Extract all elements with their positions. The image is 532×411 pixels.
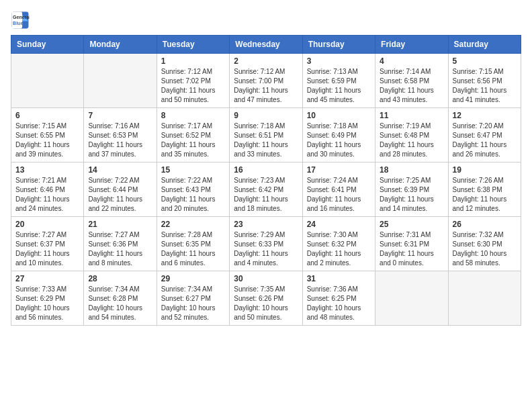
calendar-cell: 14Sunrise: 7:22 AMSunset: 6:44 PMDayligh… [84,163,157,217]
calendar-week-2: 6Sunrise: 7:15 AMSunset: 6:55 PMDaylight… [11,108,521,163]
calendar-week-1: 1Sunrise: 7:12 AMSunset: 7:02 PMDaylight… [11,54,521,108]
day-number: 22 [161,220,225,229]
weekday-header-sunday: Sunday [11,36,84,54]
day-number: 20 [15,220,79,229]
weekday-header-thursday: Thursday [302,36,375,54]
calendar-cell: 7Sunrise: 7:16 AMSunset: 6:53 PMDaylight… [84,108,157,163]
day-number: 2 [234,56,298,66]
day-number: 21 [88,220,152,229]
weekday-header-friday: Friday [375,36,448,54]
day-number: 7 [88,111,152,120]
calendar-cell: 27Sunrise: 7:33 AMSunset: 6:29 PMDayligh… [11,271,84,326]
cell-info: Sunrise: 7:18 AMSunset: 6:51 PMDaylight:… [234,122,288,158]
calendar-week-5: 27Sunrise: 7:33 AMSunset: 6:29 PMDayligh… [11,271,521,326]
calendar-cell: 30Sunrise: 7:35 AMSunset: 6:26 PMDayligh… [230,271,302,326]
cell-info: Sunrise: 7:22 AMSunset: 6:43 PMDaylight:… [161,177,216,212]
cell-info: Sunrise: 7:12 AMSunset: 7:00 PMDaylight:… [234,68,288,103]
cell-info: Sunrise: 7:18 AMSunset: 6:49 PMDaylight:… [307,122,361,158]
calendar-cell: 15Sunrise: 7:22 AMSunset: 6:43 PMDayligh… [157,163,229,217]
cell-info: Sunrise: 7:24 AMSunset: 6:41 PMDaylight:… [307,177,361,212]
day-number: 6 [15,111,79,120]
calendar-cell: 17Sunrise: 7:24 AMSunset: 6:41 PMDayligh… [302,163,375,217]
page-header: General Blue [11,11,521,30]
day-number: 30 [234,274,298,283]
calendar-cell [448,271,521,326]
svg-text:General: General [13,15,30,19]
cell-info: Sunrise: 7:15 AMSunset: 6:55 PMDaylight:… [15,122,70,158]
cell-info: Sunrise: 7:32 AMSunset: 6:30 PMDaylight:… [453,231,507,267]
day-number: 26 [453,220,517,229]
cell-info: Sunrise: 7:31 AMSunset: 6:31 PMDaylight:… [380,231,434,267]
day-number: 25 [380,220,443,229]
calendar-cell: 23Sunrise: 7:29 AMSunset: 6:33 PMDayligh… [230,217,302,271]
day-number: 19 [453,165,517,175]
cell-info: Sunrise: 7:27 AMSunset: 6:36 PMDaylight:… [88,231,142,267]
logo: General Blue [11,11,30,30]
day-number: 16 [234,165,298,175]
calendar-week-3: 13Sunrise: 7:21 AMSunset: 6:46 PMDayligh… [11,163,521,217]
cell-info: Sunrise: 7:22 AMSunset: 6:44 PMDaylight:… [88,177,142,212]
svg-rect-2 [12,12,23,29]
calendar-cell: 31Sunrise: 7:36 AMSunset: 6:25 PMDayligh… [302,271,375,326]
cell-info: Sunrise: 7:36 AMSunset: 6:25 PMDaylight:… [307,285,361,321]
cell-info: Sunrise: 7:20 AMSunset: 6:47 PMDaylight:… [453,122,507,158]
calendar-cell: 26Sunrise: 7:32 AMSunset: 6:30 PMDayligh… [448,217,521,271]
calendar-cell [11,54,84,108]
day-number: 14 [88,165,152,175]
day-number: 1 [161,56,225,66]
day-number: 31 [307,274,371,283]
day-number: 10 [307,111,371,120]
calendar-cell: 25Sunrise: 7:31 AMSunset: 6:31 PMDayligh… [375,217,448,271]
calendar-cell [84,54,157,108]
calendar-cell: 20Sunrise: 7:27 AMSunset: 6:37 PMDayligh… [11,217,84,271]
cell-info: Sunrise: 7:28 AMSunset: 6:35 PMDaylight:… [161,231,216,267]
cell-info: Sunrise: 7:29 AMSunset: 6:33 PMDaylight:… [234,231,288,267]
day-number: 29 [161,274,225,283]
logo-icon: General Blue [11,11,30,30]
svg-text:Blue: Blue [13,21,23,26]
calendar-cell: 29Sunrise: 7:34 AMSunset: 6:27 PMDayligh… [157,271,229,326]
calendar-cell: 11Sunrise: 7:19 AMSunset: 6:48 PMDayligh… [375,108,448,163]
cell-info: Sunrise: 7:33 AMSunset: 6:29 PMDaylight:… [15,285,70,321]
weekday-header-row: SundayMondayTuesdayWednesdayThursdayFrid… [11,36,521,54]
cell-info: Sunrise: 7:19 AMSunset: 6:48 PMDaylight:… [380,122,434,158]
day-number: 18 [380,165,443,175]
day-number: 5 [453,56,517,66]
calendar-cell: 13Sunrise: 7:21 AMSunset: 6:46 PMDayligh… [11,163,84,217]
day-number: 15 [161,165,225,175]
calendar-cell: 4Sunrise: 7:14 AMSunset: 6:58 PMDaylight… [375,54,448,108]
calendar-cell: 21Sunrise: 7:27 AMSunset: 6:36 PMDayligh… [84,217,157,271]
calendar-cell: 10Sunrise: 7:18 AMSunset: 6:49 PMDayligh… [302,108,375,163]
day-number: 27 [15,274,79,283]
calendar-cell: 12Sunrise: 7:20 AMSunset: 6:47 PMDayligh… [448,108,521,163]
calendar-cell: 22Sunrise: 7:28 AMSunset: 6:35 PMDayligh… [157,217,229,271]
cell-info: Sunrise: 7:25 AMSunset: 6:39 PMDaylight:… [380,177,434,212]
calendar-cell: 5Sunrise: 7:15 AMSunset: 6:56 PMDaylight… [448,54,521,108]
calendar-cell: 24Sunrise: 7:30 AMSunset: 6:32 PMDayligh… [302,217,375,271]
calendar-cell: 18Sunrise: 7:25 AMSunset: 6:39 PMDayligh… [375,163,448,217]
calendar-table: SundayMondayTuesdayWednesdayThursdayFrid… [11,35,521,326]
cell-info: Sunrise: 7:30 AMSunset: 6:32 PMDaylight:… [307,231,361,267]
cell-info: Sunrise: 7:34 AMSunset: 6:27 PMDaylight:… [161,285,216,321]
calendar-cell: 1Sunrise: 7:12 AMSunset: 7:02 PMDaylight… [157,54,229,108]
weekday-header-monday: Monday [84,36,157,54]
weekday-header-saturday: Saturday [448,36,521,54]
cell-info: Sunrise: 7:34 AMSunset: 6:28 PMDaylight:… [88,285,142,321]
day-number: 3 [307,56,371,66]
day-number: 28 [88,274,152,283]
calendar-cell [375,271,448,326]
day-number: 12 [453,111,517,120]
calendar-cell: 8Sunrise: 7:17 AMSunset: 6:52 PMDaylight… [157,108,229,163]
cell-info: Sunrise: 7:13 AMSunset: 6:59 PMDaylight:… [307,68,361,103]
calendar-cell: 6Sunrise: 7:15 AMSunset: 6:55 PMDaylight… [11,108,84,163]
day-number: 17 [307,165,371,175]
cell-info: Sunrise: 7:16 AMSunset: 6:53 PMDaylight:… [88,122,142,158]
calendar-cell: 9Sunrise: 7:18 AMSunset: 6:51 PMDaylight… [230,108,302,163]
cell-info: Sunrise: 7:17 AMSunset: 6:52 PMDaylight:… [161,122,216,158]
cell-info: Sunrise: 7:21 AMSunset: 6:46 PMDaylight:… [15,177,70,212]
cell-info: Sunrise: 7:12 AMSunset: 7:02 PMDaylight:… [161,68,216,103]
cell-info: Sunrise: 7:14 AMSunset: 6:58 PMDaylight:… [380,68,434,103]
calendar-cell: 16Sunrise: 7:23 AMSunset: 6:42 PMDayligh… [230,163,302,217]
day-number: 8 [161,111,225,120]
cell-info: Sunrise: 7:26 AMSunset: 6:38 PMDaylight:… [453,177,507,212]
